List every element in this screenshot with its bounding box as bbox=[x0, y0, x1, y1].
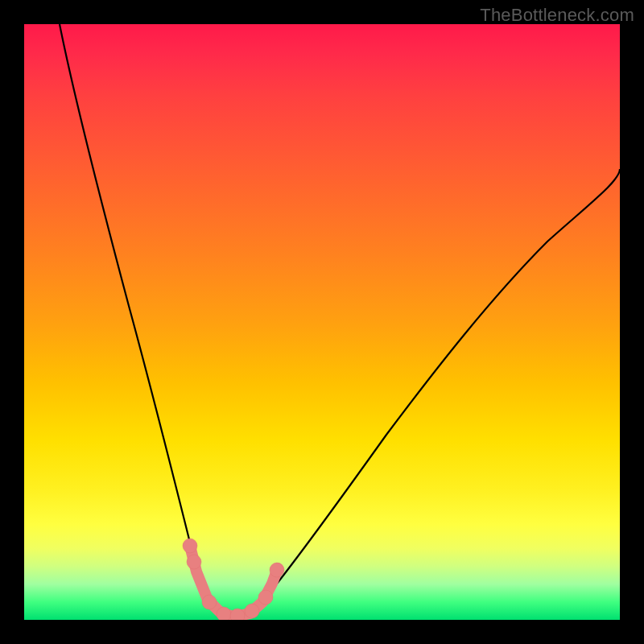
left-curve bbox=[60, 24, 235, 620]
chart-frame: TheBottleneck.com bbox=[0, 0, 644, 644]
curves-svg bbox=[24, 24, 620, 620]
highlight-dot bbox=[217, 607, 231, 620]
watermark-text: TheBottleneck.com bbox=[480, 5, 634, 26]
highlight-dot bbox=[183, 539, 197, 553]
highlight-dot bbox=[245, 604, 259, 618]
highlight-dot bbox=[270, 563, 284, 577]
plot-area bbox=[24, 24, 620, 620]
right-curve bbox=[235, 169, 620, 620]
highlight-dot bbox=[258, 590, 273, 605]
highlight-dot bbox=[202, 595, 217, 609]
highlight-dot bbox=[187, 555, 201, 569]
